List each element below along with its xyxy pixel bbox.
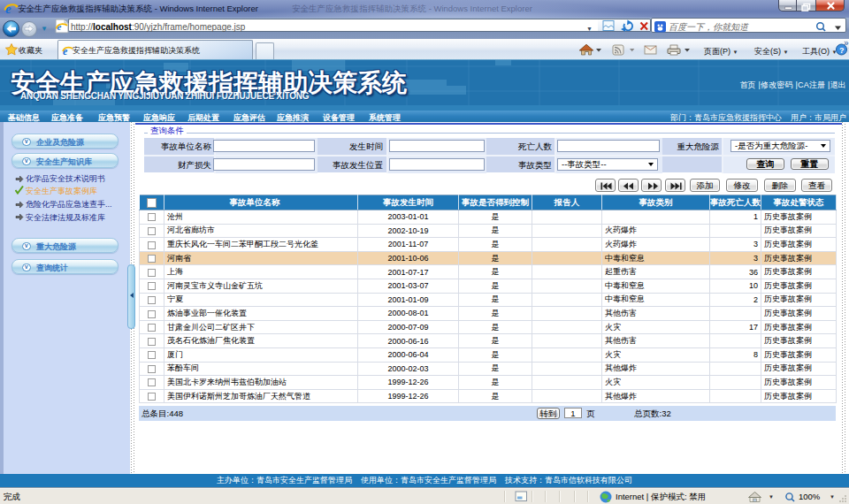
- svg-text:e: e: [5, 2, 11, 16]
